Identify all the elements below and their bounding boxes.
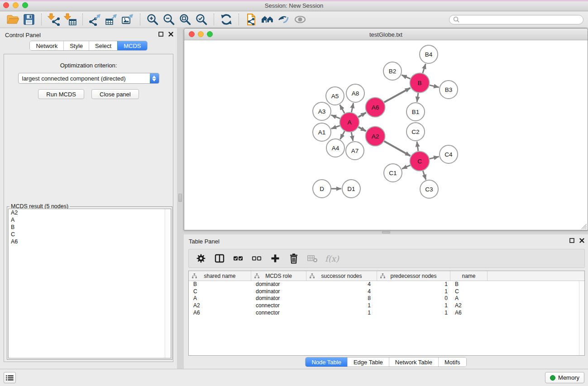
float-panel-icon[interactable] — [158, 32, 163, 37]
open-session-icon[interactable] — [5, 13, 21, 27]
network-canvas[interactable]: B4B2BB3A5A8A6B1A3AC2A1A2A4A7C4CC1C3DD1 — [184, 40, 588, 230]
table-cell[interactable]: 1 — [377, 310, 450, 317]
table-cell[interactable]: A — [450, 295, 488, 302]
graph-node-D[interactable]: D — [313, 180, 331, 198]
graph-node-A2[interactable]: A2 — [366, 127, 385, 146]
graph-node-A6[interactable]: A6 — [366, 98, 385, 117]
tab-edge-table[interactable]: Edge Table — [347, 357, 389, 367]
graph-edge-A6-B[interactable] — [384, 88, 411, 102]
select-all-checkboxes-icon[interactable] — [232, 253, 244, 264]
close-panel-icon[interactable] — [168, 32, 173, 37]
table-cell[interactable]: 4 — [306, 281, 377, 288]
vertical-split-divider[interactable] — [177, 28, 184, 369]
table-cell[interactable]: connector — [251, 302, 306, 310]
table-cell[interactable]: A2 — [189, 302, 251, 310]
zoom-fit-content-icon[interactable] — [177, 13, 193, 27]
task-history-button[interactable] — [4, 372, 16, 383]
graph-node-B3[interactable]: B3 — [440, 81, 458, 99]
graph-edge-A-A1[interactable] — [331, 126, 340, 129]
graph-edge-A-A8[interactable] — [352, 103, 354, 112]
table-cell[interactable]: 1 — [377, 302, 450, 310]
table-cell[interactable]: 1 — [377, 281, 450, 288]
tab-node-table[interactable]: Node Table — [306, 357, 347, 367]
result-list-item[interactable]: C — [9, 231, 171, 238]
float-panel-icon[interactable] — [569, 238, 574, 243]
table-cell[interactable]: B — [450, 281, 488, 288]
zoom-out-icon[interactable] — [161, 13, 177, 27]
graph-edge-B-B3[interactable] — [430, 85, 439, 87]
apply-layout-icon[interactable] — [218, 13, 234, 27]
table-row[interactable]: Adominator80A — [189, 295, 584, 302]
tab-network-table[interactable]: Network Table — [389, 357, 438, 367]
tab-network[interactable]: Network — [30, 41, 63, 50]
table-cell[interactable]: 4 — [306, 288, 377, 295]
graph-node-C2[interactable]: C2 — [406, 123, 425, 141]
table-cell[interactable]: A — [189, 295, 251, 302]
search-input[interactable] — [462, 16, 579, 23]
network-window-titlebar[interactable]: testGlobe.txt — [184, 29, 588, 40]
table-cell[interactable]: 1 — [306, 310, 377, 317]
graph-node-C1[interactable]: C1 — [384, 164, 402, 182]
graph-node-A1[interactable]: A1 — [313, 123, 331, 141]
export-table-icon[interactable] — [103, 13, 120, 27]
graph-node-A[interactable]: A — [340, 113, 359, 132]
tab-motifs[interactable]: Motifs — [438, 357, 466, 367]
graph-node-A3[interactable]: A3 — [313, 102, 331, 120]
table-row[interactable]: Cdominator41C — [189, 288, 584, 295]
table-cell[interactable]: 8 — [306, 295, 377, 302]
delete-column-icon[interactable] — [288, 253, 300, 264]
export-image-icon[interactable] — [120, 13, 136, 27]
column-header-mcds-role[interactable]: MCDS role — [251, 271, 306, 281]
close-panel-button[interactable]: Close panel — [91, 89, 139, 99]
deselect-all-checkboxes-icon[interactable] — [251, 253, 263, 264]
table-row[interactable]: A2connector11A2 — [189, 302, 584, 310]
optimization-criterion-dropdown[interactable]: largest connected component (directed) — [18, 73, 159, 84]
close-panel-icon[interactable] — [579, 238, 584, 243]
graph-edge-A-A7[interactable] — [351, 132, 353, 141]
result-list-item[interactable]: A — [9, 216, 171, 224]
graph-edge-A-A6[interactable] — [359, 113, 366, 117]
table-cell[interactable]: connector — [251, 310, 306, 317]
zoom-in-icon[interactable] — [144, 13, 161, 27]
divider-grip[interactable] — [382, 231, 390, 234]
graph-node-B2[interactable]: B2 — [383, 62, 402, 80]
graph-edge-C-C2[interactable] — [417, 142, 418, 151]
table-row[interactable]: Bdominator41B — [189, 281, 584, 288]
graph-node-B1[interactable]: B1 — [406, 103, 425, 121]
search-field[interactable] — [449, 15, 583, 24]
column-header-successor-nodes[interactable]: successor nodes — [306, 271, 377, 281]
run-mcds-button[interactable]: Run MCDS — [38, 89, 84, 99]
table-cell[interactable]: dominator — [251, 295, 306, 302]
memory-button[interactable]: Memory — [545, 372, 584, 383]
graph-node-A4[interactable]: A4 — [326, 139, 344, 157]
graph-node-C3[interactable]: C3 — [420, 180, 438, 198]
graph-edge-A-A5[interactable] — [340, 105, 345, 113]
table-scrollbar[interactable] — [579, 281, 584, 355]
import-network-icon[interactable] — [46, 13, 62, 27]
graph-edge-A-A3[interactable] — [331, 115, 340, 119]
home-icon[interactable] — [259, 13, 276, 27]
export-network-icon[interactable] — [87, 13, 103, 27]
result-list-item[interactable]: B — [9, 224, 171, 231]
result-list-item[interactable]: A6 — [9, 238, 171, 245]
add-column-icon[interactable] — [269, 253, 281, 264]
graph-edge-C-C3[interactable] — [423, 171, 426, 180]
table-cell[interactable]: A6 — [189, 310, 251, 317]
table-cell[interactable]: dominator — [251, 281, 306, 288]
graph-edge-C-C1[interactable] — [402, 165, 410, 169]
divider-grip[interactable] — [178, 194, 182, 202]
table-cell[interactable]: 1 — [377, 288, 450, 295]
column-header-predecessor-nodes[interactable]: predecessor nodes — [377, 271, 450, 281]
graph-node-A8[interactable]: A8 — [346, 84, 364, 102]
table-settings-icon[interactable] — [195, 253, 207, 264]
graph-node-B[interactable]: B — [410, 73, 430, 93]
graph-node-C4[interactable]: C4 — [440, 145, 458, 163]
graph-edge-A-A4[interactable] — [340, 131, 345, 139]
result-list-item[interactable]: A2 — [9, 209, 171, 216]
graph-edge-B-B4[interactable] — [423, 64, 426, 73]
graph-edge-B-B1[interactable] — [417, 93, 418, 102]
tab-mcds[interactable]: MCDS — [117, 41, 147, 50]
tab-style[interactable]: Style — [63, 41, 89, 50]
table-row[interactable]: A6connector11A6 — [189, 310, 584, 317]
resize-grip-icon[interactable] — [581, 224, 587, 229]
